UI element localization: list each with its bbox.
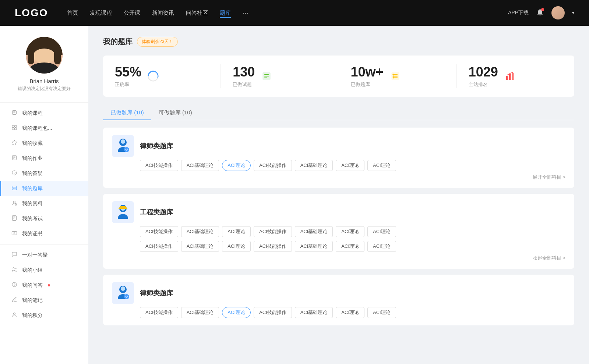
chart-icon <box>503 69 516 83</box>
tag-2-9[interactable]: ACI理论 <box>222 241 251 252</box>
tag-2-3[interactable]: ACI技能操作 <box>254 226 292 237</box>
stat-accuracy-number: 55% <box>115 64 141 80</box>
tag-3-1[interactable]: ACI基础理论 <box>181 307 219 318</box>
tag-2-10[interactable]: ACI技能操作 <box>254 241 292 252</box>
tag-2-2[interactable]: ACI理论 <box>222 226 251 237</box>
nav-item-news[interactable]: 新闻资讯 <box>152 8 174 18</box>
sidebar-item-my-courses[interactable]: 我的课程 <box>0 106 88 121</box>
nav-item-bank[interactable]: 题库 <box>220 8 231 18</box>
bank-card-engineer: 工程类题库 ACI技能操作 ACI基础理论 ACI理论 ACI技能操作 ACI基… <box>103 194 574 269</box>
tag-2-13[interactable]: ACI理论 <box>367 241 396 252</box>
sidebar-label-profile: 我的资料 <box>22 200 43 207</box>
group-icon <box>11 267 18 274</box>
sidebar-menu: 我的课程 我的课程包... 我的收藏 我的作业 <box>0 106 88 323</box>
tag-3-0[interactable]: ACI技能操作 <box>140 307 178 318</box>
tag-1-3[interactable]: ACI技能操作 <box>254 160 292 171</box>
tag-2-1[interactable]: ACI基础理论 <box>181 226 219 237</box>
page-title: 我的题库 <box>103 37 133 47</box>
sidebar-item-notes[interactable]: 我的笔记 <box>0 293 88 308</box>
bank-card-tags-row1: ACI技能操作 ACI基础理论 ACI理论 ACI技能操作 ACI基础理论 AC… <box>140 226 565 237</box>
bank-card-header-2: 工程类题库 <box>112 201 565 223</box>
tag-2-5[interactable]: ACI理论 <box>336 226 364 237</box>
nav-item-courses[interactable]: 发现课程 <box>90 8 112 18</box>
nav-right: APP下载 ▾ <box>508 6 574 19</box>
stats-row: 55% 正确率 130 已做试题 <box>103 56 574 97</box>
sidebar-label-points: 我的积分 <box>22 312 43 319</box>
tag-2-8[interactable]: ACI基础理论 <box>181 241 219 252</box>
nav-more[interactable]: ··· <box>243 9 248 17</box>
tag-2-7[interactable]: ACI技能操作 <box>140 241 178 252</box>
main-layout: Brian Harris 错误的决定比没有决定要好 我的课程 我的课程包... <box>0 26 589 364</box>
nav-item-open-course[interactable]: 公开课 <box>124 8 140 18</box>
tag-3-2[interactable]: ACI理论 <box>222 307 251 318</box>
tag-1-5[interactable]: ACI理论 <box>336 160 364 171</box>
lawyer-icon-1 <box>112 135 134 157</box>
stat-accuracy-label: 正确率 <box>115 81 141 88</box>
user-chevron[interactable]: ▾ <box>572 10 574 15</box>
sidebar-item-certificate[interactable]: 我的证书 <box>0 226 88 241</box>
sidebar-item-tutoring[interactable]: 一对一答疑 <box>0 247 88 263</box>
stat-done-banks: 10w+ 已做题库 <box>339 64 457 88</box>
tag-3-5[interactable]: ACI理论 <box>336 307 364 318</box>
svg-rect-5 <box>12 128 14 130</box>
sidebar-item-homework[interactable]: 我的作业 <box>0 151 88 166</box>
tag-1-2[interactable]: ACI理论 <box>222 160 251 171</box>
tag-2-0[interactable]: ACI技能操作 <box>140 226 178 237</box>
collapse-link-2[interactable]: 收起全部科目 > <box>112 255 565 261</box>
tag-2-11[interactable]: ACI基础理论 <box>295 241 333 252</box>
svg-point-59 <box>121 286 125 291</box>
tab-available[interactable]: 可做题库 (10) <box>151 106 200 120</box>
svg-rect-57 <box>119 208 127 209</box>
tag-1-0[interactable]: ACI技能操作 <box>140 160 178 171</box>
stat-done-banks-number: 10w+ <box>351 64 384 80</box>
sidebar-label-favorites: 我的收藏 <box>22 140 43 147</box>
tag-2-6[interactable]: ACI理论 <box>367 226 396 237</box>
tag-2-12[interactable]: ACI理论 <box>336 241 364 252</box>
tag-1-1[interactable]: ACI基础理论 <box>181 160 219 171</box>
sidebar-item-favorites[interactable]: 我的收藏 <box>0 136 88 151</box>
app-download-button[interactable]: APP下载 <box>508 10 529 16</box>
bank-card-title-2: 工程类题库 <box>140 208 173 217</box>
sidebar-label-homework: 我的作业 <box>22 155 43 162</box>
sidebar-item-bank[interactable]: 我的题库 <box>0 181 88 196</box>
main-content: 我的题库 体验剩余23天！ 55% 正确率 <box>88 26 589 364</box>
doc-chart-icon <box>261 71 272 81</box>
user-avatar[interactable] <box>551 6 565 19</box>
svg-rect-0 <box>13 111 17 115</box>
tag-2-4[interactable]: ACI基础理论 <box>295 226 333 237</box>
sidebar-label-certificate: 我的证书 <box>22 231 43 237</box>
bank-card-tags-row2: ACI技能操作 ACI基础理论 ACI理论 ACI技能操作 ACI基础理论 AC… <box>140 241 565 252</box>
tag-1-4[interactable]: ACI基础理论 <box>295 160 333 171</box>
engineer-svg-icon <box>114 203 132 221</box>
bank-card-lawyer-1: 律师类题库 ACI技能操作 ACI基础理论 ACI理论 ACI技能操作 ACI基… <box>103 128 574 188</box>
sidebar-item-exam[interactable]: 我的考试 <box>0 211 88 226</box>
svg-point-19 <box>13 201 15 203</box>
sidebar-motto: 错误的决定比没有决定要好 <box>18 86 71 92</box>
notification-bell[interactable] <box>536 8 544 18</box>
svg-text:?: ? <box>14 283 15 286</box>
tag-3-3[interactable]: ACI技能操作 <box>254 307 292 318</box>
tag-1-6[interactable]: ACI理论 <box>367 160 396 171</box>
tag-3-6[interactable]: ACI理论 <box>367 307 396 318</box>
trial-badge: 体验剩余23天！ <box>137 37 178 47</box>
sidebar-divider <box>0 102 88 103</box>
svg-rect-3 <box>12 125 14 127</box>
tag-3-4[interactable]: ACI基础理论 <box>295 307 333 318</box>
sidebar-item-course-package[interactable]: 我的课程包... <box>0 121 88 136</box>
sidebar-item-profile[interactable]: 我的资料 <box>0 196 88 211</box>
course-icon <box>11 110 18 117</box>
tab-done[interactable]: 已做题库 (10) <box>103 106 151 120</box>
sidebar-item-group[interactable]: 我的小组 <box>0 263 88 278</box>
sidebar-item-points[interactable]: 我的积分 <box>0 308 88 323</box>
svg-point-46 <box>392 74 394 75</box>
sidebar-item-myqa[interactable]: ? 我的问答 <box>0 278 88 293</box>
svg-point-33 <box>13 313 15 315</box>
svg-rect-27 <box>12 231 17 235</box>
nav-item-home[interactable]: 首页 <box>67 8 78 18</box>
nav-item-qa[interactable]: 问答社区 <box>186 8 208 18</box>
sidebar-item-qa[interactable]: ? 我的答疑 <box>0 166 88 181</box>
svg-rect-23 <box>13 215 17 220</box>
expand-link-1[interactable]: 展开全部科目 > <box>112 174 565 181</box>
svg-marker-7 <box>12 140 17 145</box>
bank-icon <box>11 185 18 192</box>
